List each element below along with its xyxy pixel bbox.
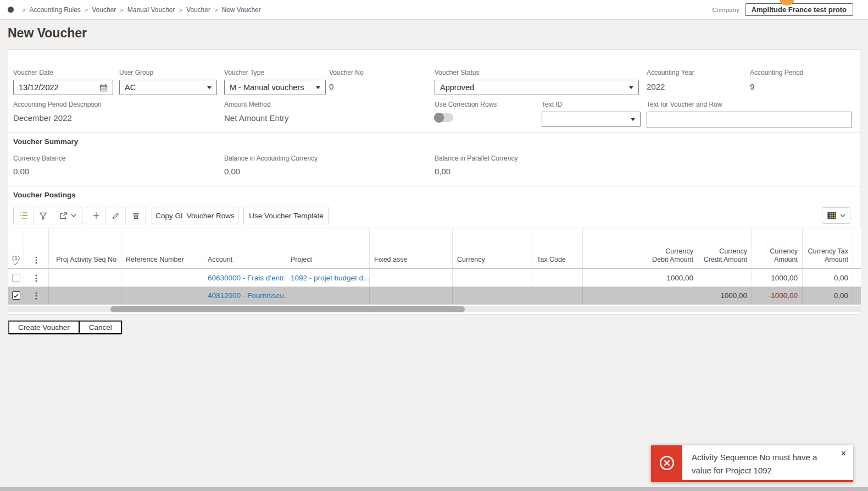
col-currency-amount[interactable]: Currency Amount [752, 228, 803, 268]
cell-currency-debit-amount: 1000,00 [643, 269, 698, 286]
user-group-value: AC [125, 83, 136, 92]
cell-tax-code [532, 269, 583, 286]
edit-row-button[interactable] [106, 207, 126, 224]
cell-tax-code [532, 287, 583, 304]
text-id-select[interactable] [542, 112, 641, 127]
amount-method-value: Net Amount Entry [224, 113, 289, 123]
voucher-status-value: Approved [440, 83, 474, 92]
table-row[interactable]: ⋮ 60630000 - Frais d'entr... 1092 - proj… [8, 269, 861, 287]
col-account[interactable]: Account [203, 228, 286, 268]
row-select-cell[interactable] [8, 287, 24, 304]
delete-row-button[interactable] [126, 207, 146, 224]
plus-icon [92, 212, 100, 219]
balance-accounting-currency-label: Balance in Accounting Currency [224, 155, 318, 162]
chevron-down-icon [71, 214, 76, 218]
row-menu-button[interactable]: ⋮ [24, 269, 49, 286]
create-voucher-button[interactable]: Create Voucher [8, 321, 80, 334]
breadcrumb-item-accounting-rules[interactable]: Accounting Rules [29, 6, 80, 14]
accounting-period-description-label: Accounting Period Description [13, 101, 102, 108]
list-icon [19, 211, 28, 220]
col-currency-tax-amount[interactable]: Currency Tax Amount [803, 228, 853, 268]
cell-empty [583, 269, 643, 286]
col-filler [853, 228, 862, 268]
text-id-label: Text ID [542, 101, 641, 108]
add-row-button[interactable] [86, 207, 106, 224]
breadcrumb-item-manual-voucher[interactable]: Manual Voucher [127, 6, 175, 14]
field-accounting-year: Accounting Year 2022 [647, 69, 694, 91]
error-message: Activity Sequence No must have a value f… [682, 445, 853, 480]
field-use-correction-rows: Use Correction Rows [435, 101, 497, 122]
col-tax-code[interactable]: Tax Code [532, 228, 583, 268]
cell-currency-amount: 1000,00 [752, 269, 803, 286]
cell-account-link[interactable]: 40812000 - Fournisseu... [203, 287, 286, 304]
error-toast: Activity Sequence No must have a value f… [651, 445, 853, 482]
voucher-date-value[interactable] [19, 83, 99, 92]
error-circle-x-icon [658, 454, 676, 472]
use-correction-rows-label: Use Correction Rows [435, 101, 497, 108]
text-for-voucher-and-row-input[interactable] [647, 112, 852, 128]
breadcrumb-item-voucher-2[interactable]: Voucher [186, 6, 210, 14]
list-view-button[interactable] [14, 207, 34, 224]
error-icon-panel [651, 445, 682, 480]
field-balance-parallel-currency: Balance in Parallel Currency 0,00 [435, 155, 518, 176]
copy-gl-voucher-rows-button[interactable]: Copy GL Voucher Rows [152, 207, 238, 224]
col-project[interactable]: Project [286, 228, 370, 268]
breadcrumb-separator: > [85, 7, 88, 13]
close-icon[interactable]: × [841, 449, 846, 458]
cell-filler [853, 287, 862, 304]
company-selector-button[interactable]: Amplitude France test proto [745, 3, 853, 16]
cell-currency [453, 269, 532, 286]
cell-account-link[interactable]: 60630000 - Frais d'entr... [203, 269, 286, 286]
field-voucher-no: Voucher No 0 [329, 69, 364, 91]
cancel-button[interactable]: Cancel [80, 321, 122, 334]
row-menu-button[interactable]: ⋮ [24, 287, 49, 304]
accounting-year-value: 2022 [647, 82, 694, 91]
select-all-header[interactable]: (1) [8, 228, 24, 268]
postings-view-toolbar [13, 207, 82, 224]
app-menu-dot-icon[interactable] [8, 7, 14, 13]
row-select-cell[interactable] [8, 269, 24, 286]
check-icon [13, 294, 19, 298]
use-voucher-template-button[interactable]: Use Voucher Template [243, 207, 329, 224]
accounting-year-label: Accounting Year [647, 69, 694, 76]
footer-actions: Create Voucher Cancel [8, 320, 123, 335]
text-for-voucher-and-row-value[interactable] [652, 115, 847, 124]
grid-view-button[interactable] [822, 208, 850, 223]
field-text-for-voucher-and-row: Text for Voucher and Row [647, 101, 852, 128]
export-button[interactable] [53, 207, 82, 224]
col-proj-activity-seq-no[interactable]: Proj Activity Seq No [49, 228, 121, 268]
use-correction-rows-toggle[interactable] [435, 113, 453, 122]
voucher-date-input[interactable] [13, 80, 113, 95]
field-voucher-status: Voucher Status Approved [435, 69, 639, 95]
scrollbar-thumb[interactable] [110, 306, 465, 312]
col-currency[interactable]: Currency [453, 228, 532, 268]
chevron-down-icon [629, 86, 633, 89]
voucher-status-select[interactable]: Approved [435, 80, 639, 95]
col-reference-number[interactable]: Reference Number [121, 228, 203, 268]
voucher-type-select[interactable]: M - Manual vouchers [224, 80, 326, 95]
cell-project-link[interactable]: 1092 - projet budget d... [286, 269, 370, 286]
balance-accounting-currency-value: 0,00 [224, 167, 318, 176]
col-fixed-asset[interactable]: Fixed asse [370, 228, 453, 268]
row-checkbox[interactable] [12, 274, 20, 282]
field-user-group: User Group AC [119, 69, 217, 95]
breadcrumb-separator: > [179, 7, 182, 13]
calendar-icon[interactable] [99, 84, 108, 92]
cell-currency-tax-amount: 0,00 [803, 287, 853, 304]
table-row-selected[interactable]: ⋮ 40812000 - Fournisseu... 1000,00 -1000… [8, 287, 861, 305]
field-accounting-period: Accounting Period 9 [750, 69, 803, 91]
table-horizontal-scrollbar[interactable] [8, 306, 861, 312]
filter-button[interactable] [34, 207, 53, 224]
col-currency-credit-amount[interactable]: Currency Credit Amount [698, 228, 752, 268]
cell-fixed-asset [370, 287, 453, 304]
field-voucher-date: Voucher Date [13, 69, 113, 95]
voucher-type-label: Voucher Type [224, 69, 326, 76]
app-window: > Accounting Rules > Voucher > Manual Vo… [0, 0, 868, 491]
row-checkbox-checked[interactable] [12, 291, 20, 300]
breadcrumb-item-new-voucher: New Voucher [221, 6, 260, 14]
chevron-down-icon [631, 118, 635, 121]
breadcrumb-item-voucher[interactable]: Voucher [92, 6, 116, 14]
col-currency-debit-amount[interactable]: Currency Debit Amount [643, 228, 698, 268]
user-group-label: User Group [119, 69, 217, 76]
user-group-select[interactable]: AC [119, 80, 217, 95]
